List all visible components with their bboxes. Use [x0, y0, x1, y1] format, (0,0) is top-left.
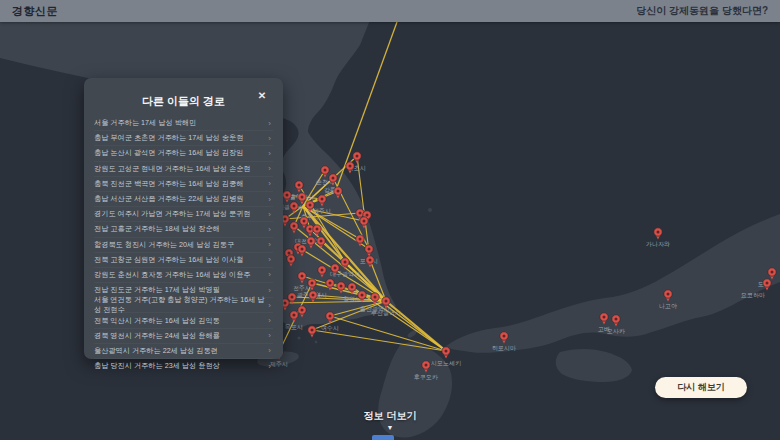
pin-core — [363, 220, 366, 223]
pin-core — [615, 318, 618, 321]
map-pin-label: 가나자와 — [646, 241, 670, 247]
pin-core — [667, 293, 670, 296]
map-pin-label: 요코하마 — [741, 292, 765, 298]
route-item-label: 강원도 고성군 현내면 거주하는 16세 남성 손순현 — [94, 164, 251, 174]
pin-core — [291, 296, 294, 299]
pin-core — [303, 220, 306, 223]
route-list-item[interactable]: 충남 당진시 거주하는 23세 남성 윤현상› — [94, 359, 273, 373]
routes-panel-title: 다른 이들의 경로 — [142, 95, 225, 107]
pin-core — [321, 269, 324, 272]
pin-core — [340, 285, 343, 288]
route-list-item[interactable]: 충남 논산시 광석면 거주하는 16세 남성 김장임› — [94, 146, 273, 161]
pin-core — [320, 240, 323, 243]
route-list-item[interactable]: 서울 연건동 거주(고향 충남 청양군) 거주하는 16세 남성 전현수› — [94, 298, 273, 313]
route-list-item[interactable]: 강원도 고성군 현내면 거주하는 16세 남성 손순현› — [94, 162, 273, 177]
route-item-label: 충북 진천군 백곡면 거주하는 16세 남성 김종해 — [94, 179, 243, 189]
more-info-toggle[interactable]: 정보 더보기 ▼ — [0, 409, 780, 431]
route-list-item[interactable]: 경기도 여주시 가남면 거주하는 17세 남성 문귀현› — [94, 207, 273, 222]
retry-button[interactable]: 다시 해보기 — [655, 377, 747, 398]
pin-core — [369, 259, 372, 262]
pin-core — [332, 177, 335, 180]
pin-core — [311, 282, 314, 285]
chevron-right-icon: › — [268, 346, 273, 355]
island-small-2 — [315, 341, 318, 344]
chevron-right-icon: › — [268, 210, 273, 219]
route-item-label: 경기도 여주시 가남면 거주하는 17세 남성 문귀현 — [94, 209, 251, 219]
route-item-label: 전남 고흥군 거주하는 18세 남성 장순해 — [94, 224, 220, 234]
route-list-item[interactable]: 강원도 춘천시 효자동 거주하는 16세 남성 이윤주› — [94, 268, 273, 283]
route-item-label: 울산광역시 거주하는 22세 남성 김동련 — [94, 346, 218, 356]
page-title: 당신이 강제동원을 당했다면? — [636, 4, 768, 18]
route-item-label: 함경북도 청진시 거주하는 20세 남성 김동구 — [94, 240, 234, 250]
route-list-item[interactable]: 전북 고창군 심원면 거주하는 16세 남성 이사철› — [94, 253, 273, 268]
chevron-right-icon: › — [268, 119, 273, 128]
route-item-label: 충남 당진시 거주하는 23세 남성 윤현상 — [94, 361, 220, 371]
map-pin-label: 목포시 — [285, 324, 303, 330]
pin-core — [301, 309, 304, 312]
pin-core — [425, 364, 428, 367]
pin-core — [311, 329, 314, 332]
pin-core — [603, 316, 606, 319]
pin-core — [316, 228, 319, 231]
route-list-item[interactable]: 전남 고흥군 거주하는 18세 남성 장순해› — [94, 222, 273, 237]
chevron-right-icon: › — [268, 149, 273, 158]
header-bar: 경향신문 당신이 강제동원을 당했다면? — [0, 0, 780, 22]
chevron-right-icon: › — [268, 164, 273, 173]
chevron-right-icon: › — [268, 316, 273, 325]
pin-core — [361, 294, 364, 297]
route-item-label: 경북 영천시 거주하는 24세 남성 윤해룡 — [94, 331, 220, 341]
pin-core — [321, 198, 324, 201]
chevron-right-icon: › — [268, 134, 273, 143]
pin-core — [324, 169, 327, 172]
route-list-item[interactable]: 함경북도 청진시 거주하는 20세 남성 김동구› — [94, 238, 273, 253]
route-list-item[interactable]: 충남 부여군 초촌면 거주하는 17세 남성 송운현› — [94, 131, 273, 146]
route-item-label: 서울 연건동 거주(고향 충남 청양군) 거주하는 16세 남성 전현수 — [94, 295, 268, 315]
route-item-label: 충남 논산시 광석면 거주하는 16세 남성 김장임 — [94, 148, 243, 158]
pin-core — [359, 238, 362, 241]
pin-core — [503, 335, 506, 338]
routes-panel: 다른 이들의 경로 ✕ 서울 거주하는 17세 남성 박해민›충남 부여군 초촌… — [84, 78, 283, 359]
pin-core — [334, 267, 337, 270]
route-list-item[interactable]: 서울 거주하는 17세 남성 박해민› — [94, 116, 273, 131]
route-list-item[interactable]: 충북 진천군 백곡면 거주하는 16세 남성 김종해› — [94, 177, 273, 192]
chevron-right-icon: › — [268, 362, 273, 371]
route-list-item[interactable]: 경북 영천시 거주하는 24세 남성 윤해룡› — [94, 329, 273, 344]
pin-core — [286, 194, 289, 197]
pin-core — [293, 205, 296, 208]
pin-core — [351, 286, 354, 289]
route-item-label: 충남 부여군 초촌면 거주하는 17세 남성 송운현 — [94, 133, 243, 143]
map-attribution-logo — [372, 435, 394, 440]
pin-core — [293, 225, 296, 228]
pin-core — [293, 314, 296, 317]
route-item-label: 전북 고창군 심원면 거주하는 16세 남성 이사철 — [94, 255, 243, 265]
routes-panel-header: 다른 이들의 경로 ✕ — [94, 87, 273, 116]
pin-core — [337, 190, 340, 193]
brand-logo[interactable]: 경향신문 — [12, 4, 58, 19]
route-list-item[interactable]: 충남 서산군 서산읍 거주하는 22세 남성 김병원› — [94, 192, 273, 207]
pin-core — [359, 212, 362, 215]
app-stage: 속초시춘천시강릉시서울특별시인천광역시원주시충주시대전광역시포항시대구광역시전주… — [0, 0, 780, 440]
pin-core — [344, 261, 347, 264]
chevron-right-icon: › — [268, 270, 273, 279]
map-pin-label: 오사카 — [607, 328, 625, 334]
route-item-label: 전남 진도군 거주하는 17세 남성 박영필 — [94, 285, 220, 295]
pin-core — [349, 165, 352, 168]
pin-core — [766, 282, 769, 285]
route-list-item[interactable]: 울산광역시 거주하는 22세 남성 김동련› — [94, 344, 273, 359]
chevron-right-icon: › — [268, 179, 273, 188]
pin-core — [290, 258, 293, 261]
map-pin-label: 후쿠오카 — [414, 374, 438, 380]
more-info-label[interactable]: 정보 더보기 — [0, 409, 780, 423]
island-small-1 — [297, 336, 300, 339]
pin-core — [310, 240, 313, 243]
pin-core — [356, 155, 359, 158]
pin-core — [309, 204, 312, 207]
close-icon[interactable]: ✕ — [255, 89, 269, 103]
chevron-down-icon[interactable]: ▼ — [0, 424, 780, 431]
route-list-item[interactable]: 전북 익산시 거주하는 16세 남성 김익동› — [94, 313, 273, 328]
chevron-right-icon: › — [268, 240, 273, 249]
chevron-right-icon: › — [268, 301, 273, 310]
route-item-label: 전북 익산시 거주하는 16세 남성 김익동 — [94, 316, 220, 326]
pin-core — [657, 231, 660, 234]
pin-core — [366, 214, 369, 217]
